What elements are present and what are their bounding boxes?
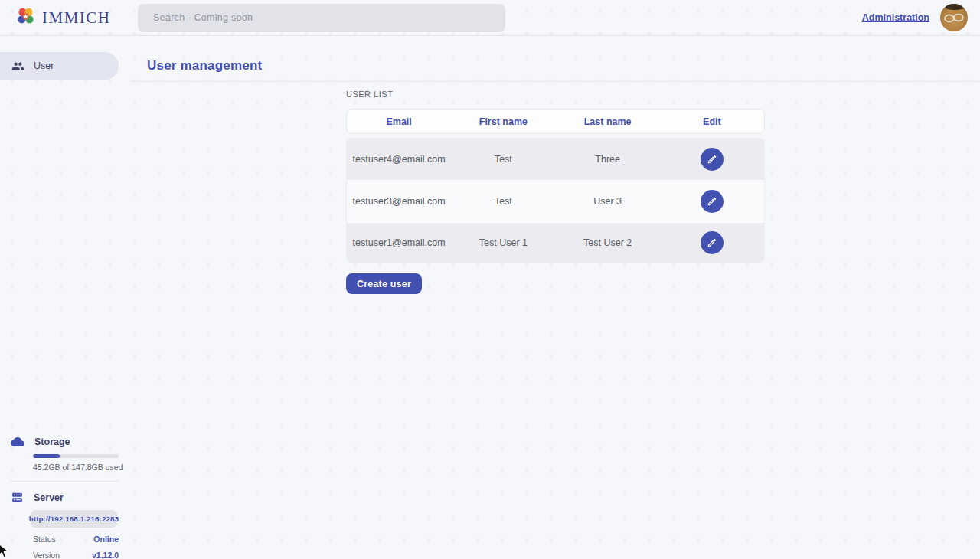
page-title: User management: [147, 58, 262, 74]
brand-title: IMMICH: [42, 8, 111, 28]
users-icon: [11, 60, 24, 73]
storage-progress-bar: [33, 454, 119, 458]
sidebar-footer: Storage 45.2GB of 147.8GB used Server ht…: [0, 435, 130, 559]
server-url: http://192.168.1.216:2283: [29, 515, 119, 523]
sidebar-item-label: User: [34, 60, 54, 71]
server-version-value: v1.12.0: [92, 551, 119, 559]
column-header-edit: Edit: [660, 116, 764, 127]
server-icon: [11, 491, 24, 504]
cell-first-name: Test: [451, 154, 555, 165]
top-header: IMMICH Administration: [0, 0, 980, 36]
table-header-row: Email First name Last name Edit: [346, 109, 765, 134]
administration-link[interactable]: Administration: [862, 12, 929, 23]
cell-first-name: Test: [451, 196, 555, 207]
table-row: testuser1@email.com Test User 1 Test Use…: [347, 221, 764, 263]
content-divider: [130, 81, 980, 82]
cell-email: testuser3@email.com: [347, 196, 451, 207]
user-avatar[interactable]: [940, 4, 968, 31]
user-list-label: USER LIST: [346, 90, 393, 99]
edit-user-button[interactable]: [701, 231, 724, 254]
server-version-label: Version: [33, 551, 60, 559]
sidebar-divider: [11, 481, 119, 482]
storage-usage-text: 45.2GB of 147.8GB used: [33, 463, 130, 472]
table-row: testuser3@email.com Test User 3: [347, 180, 764, 221]
brand[interactable]: IMMICH: [0, 6, 122, 30]
server-url-badge: http://192.168.1.216:2283: [31, 510, 117, 528]
pencil-icon: [707, 154, 717, 165]
search-input[interactable]: [138, 4, 505, 32]
cell-first-name: Test User 1: [451, 237, 555, 248]
cell-last-name: User 3: [556, 196, 660, 207]
storage-progress-fill: [33, 454, 60, 458]
pencil-icon: [707, 237, 717, 248]
table-body: testuser4@email.com Test Three testuser3…: [346, 138, 765, 263]
sidebar-item-user[interactable]: User: [0, 52, 119, 80]
cell-last-name: Test User 2: [556, 237, 660, 248]
cell-email: testuser4@email.com: [347, 154, 451, 165]
server-status-value: Online: [93, 534, 119, 544]
column-header-last-name: Last name: [556, 116, 660, 127]
storage-title: Storage: [34, 436, 70, 447]
create-user-button[interactable]: Create user: [346, 273, 422, 294]
cell-email: testuser1@email.com: [347, 237, 451, 248]
server-title: Server: [34, 492, 64, 503]
edit-user-button[interactable]: [701, 148, 724, 171]
user-table: Email First name Last name Edit testuser…: [346, 109, 765, 263]
pencil-icon: [707, 196, 717, 207]
cell-last-name: Three: [556, 154, 660, 165]
column-header-email: Email: [347, 116, 451, 127]
table-row: testuser4@email.com Test Three: [347, 139, 764, 180]
cloud-icon: [11, 435, 24, 449]
server-status-label: Status: [33, 534, 56, 544]
immich-logo-icon: [15, 6, 36, 30]
edit-user-button[interactable]: [701, 190, 724, 213]
column-header-first-name: First name: [451, 116, 555, 127]
